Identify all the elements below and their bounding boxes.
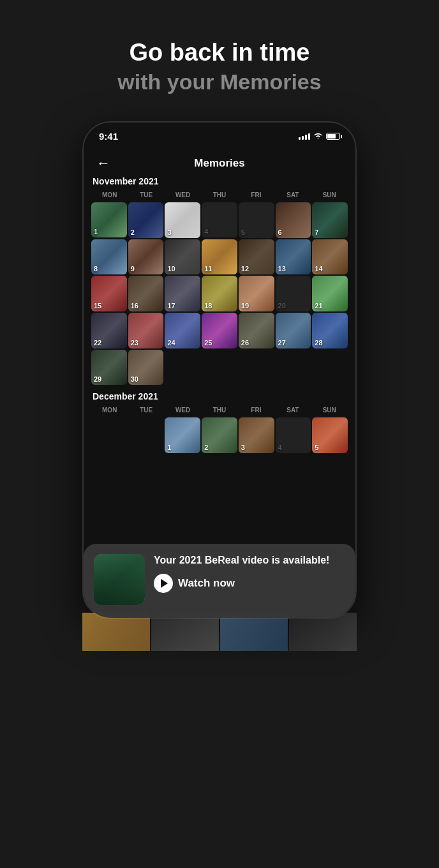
december-day-headers: MON TUE WED THU FRI SAT SUN: [91, 405, 348, 415]
status-icons: [299, 133, 340, 140]
table-row: 20: [276, 276, 311, 311]
table-row: [202, 350, 237, 385]
table-row[interactable]: 29: [91, 350, 127, 385]
notification-thumbnail: [94, 554, 145, 605]
strip-cell-3: [220, 613, 288, 651]
phone-mockup: 9:41: [0, 121, 439, 619]
wifi-icon: [313, 133, 323, 140]
table-row[interactable]: 14: [312, 239, 348, 275]
november-label: November 2021: [91, 176, 348, 186]
table-row[interactable]: 25: [202, 313, 237, 348]
table-row[interactable]: 2: [128, 202, 164, 238]
table-row[interactable]: 1: [165, 417, 200, 453]
day-header-thu: THU: [201, 190, 237, 200]
table-row: 5: [239, 202, 274, 238]
november-day-headers: MON TUE WED THU FRI SAT SUN: [91, 190, 348, 200]
strip-cell-4: [289, 613, 357, 651]
table-row[interactable]: 17: [165, 276, 200, 311]
phone-frame: 9:41: [82, 121, 357, 619]
december-label: December 2021: [91, 391, 348, 401]
december-section: December 2021 MON TUE WED THU FRI SAT SU…: [84, 391, 355, 453]
table-row[interactable]: 21: [312, 276, 348, 311]
header-title-line2: with your Memories: [0, 68, 439, 96]
table-row[interactable]: 22: [91, 313, 127, 348]
table-row[interactable]: 30: [128, 350, 164, 385]
table-row[interactable]: 18: [202, 276, 237, 311]
table-row: [91, 417, 127, 453]
table-row: [312, 350, 348, 385]
table-row[interactable]: 3: [165, 202, 200, 238]
phone-content: ← Memories November 2021 MON TUE WED THU…: [84, 151, 355, 618]
table-row[interactable]: 6: [276, 202, 311, 238]
phone-notch: [181, 123, 258, 140]
watch-now-action[interactable]: Watch now: [154, 574, 345, 593]
status-time: 9:41: [99, 131, 118, 142]
watch-now-label[interactable]: Watch now: [178, 577, 235, 590]
dec-day-sat: SAT: [274, 405, 311, 415]
table-row[interactable]: 7: [312, 202, 348, 238]
day-header-fri: FRI: [238, 190, 274, 200]
table-row: [128, 417, 164, 453]
thumbnail-image: [94, 554, 145, 605]
november-section: November 2021 MON TUE WED THU FRI SAT SU…: [84, 176, 355, 385]
november-grid: 1 2 3 4 5 6 7 8 9 10 11 12 13 14 15: [91, 202, 348, 385]
strip-cell-1: [82, 613, 150, 651]
header-section: Go back in time with your Memories: [0, 0, 439, 115]
notification-card[interactable]: Your 2021 BeReal video is available! Wat…: [84, 544, 355, 618]
dec-day-thu: THU: [201, 405, 237, 415]
play-button[interactable]: [154, 574, 173, 593]
day-header-sun: SUN: [311, 190, 348, 200]
dec-day-wed: WED: [165, 405, 201, 415]
table-row[interactable]: 10: [165, 239, 200, 275]
table-row[interactable]: 24: [165, 313, 200, 348]
day-header-tue: TUE: [128, 190, 164, 200]
table-row[interactable]: 26: [239, 313, 274, 348]
table-row[interactable]: 16: [128, 276, 164, 311]
table-row[interactable]: 19: [239, 276, 274, 311]
signal-icon: [299, 133, 310, 140]
table-row[interactable]: 1: [91, 202, 127, 238]
table-row[interactable]: 28: [312, 313, 348, 348]
dec-day-sun: SUN: [311, 405, 348, 415]
bottom-strip: [82, 613, 357, 651]
table-row[interactable]: 11: [202, 239, 237, 275]
back-button[interactable]: ←: [96, 155, 110, 172]
table-row[interactable]: 8: [91, 239, 127, 275]
table-row[interactable]: 5: [312, 417, 348, 453]
table-row[interactable]: 27: [276, 313, 311, 348]
table-row: [165, 350, 200, 385]
notification-content: Your 2021 BeReal video is available! Wat…: [154, 554, 345, 593]
table-row: 4: [276, 417, 311, 453]
strip-cell-2: [151, 613, 219, 651]
day-header-mon: MON: [91, 190, 128, 200]
notification-title: Your 2021 BeReal video is available!: [154, 554, 345, 567]
day-header-wed: WED: [165, 190, 201, 200]
dec-day-mon: MON: [91, 405, 128, 415]
table-row: [239, 350, 274, 385]
table-row: 4: [202, 202, 237, 238]
bottom-strip-wrapper: [0, 613, 439, 651]
dec-day-tue: TUE: [128, 405, 164, 415]
table-row[interactable]: 2: [202, 417, 237, 453]
play-icon: [161, 579, 168, 588]
nav-title: Memories: [194, 157, 244, 170]
table-row: [276, 350, 311, 385]
table-row[interactable]: 23: [128, 313, 164, 348]
day-header-sat: SAT: [274, 190, 311, 200]
december-grid: 1 2 3 4 5: [91, 417, 348, 453]
nav-bar: ← Memories: [84, 151, 355, 176]
dec-day-fri: FRI: [238, 405, 274, 415]
table-row[interactable]: 12: [239, 239, 274, 275]
table-row[interactable]: 9: [128, 239, 164, 275]
table-row[interactable]: 3: [239, 417, 274, 453]
header-title-line1: Go back in time: [0, 38, 439, 68]
table-row[interactable]: 13: [276, 239, 311, 275]
table-row[interactable]: 15: [91, 276, 127, 311]
battery-icon: [326, 133, 340, 140]
